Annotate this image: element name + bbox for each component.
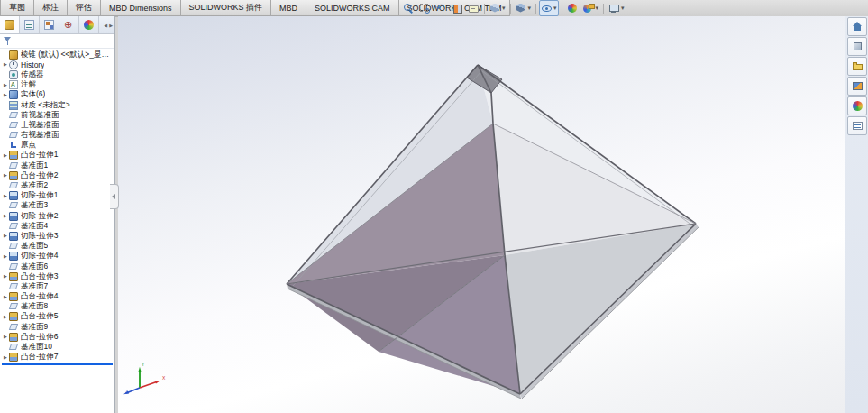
expand-arrow[interactable]: ▶ <box>3 170 8 180</box>
tree-item[interactable]: 右视基准面 <box>0 131 114 141</box>
tree-item[interactable]: 基准面9 <box>0 322 114 332</box>
expand-arrow[interactable]: ▶ <box>3 80 8 90</box>
dynamic-annotation-views-button[interactable] <box>466 0 481 16</box>
plane-icon <box>9 262 18 271</box>
chevron-down-icon[interactable]: ▾ <box>528 1 532 15</box>
ribbon-tab-4[interactable]: SOLIDWORKS 插件 <box>180 0 272 16</box>
task-pane-tab-view-palette[interactable] <box>847 77 867 96</box>
expand-arrow[interactable]: ▶ <box>3 353 8 363</box>
ribbon-tab-0[interactable]: 草图 <box>0 0 34 16</box>
view-settings-button[interactable]: ▾ <box>607 0 626 16</box>
tree-item[interactable]: ▶切除-拉伸1 <box>0 191 114 201</box>
ribbon-tab-6[interactable]: SOLIDWORKS CAM <box>306 0 399 16</box>
tree-item-label: 基准面8 <box>21 301 48 312</box>
graphics-viewport[interactable]: YXZ <box>118 16 845 413</box>
zoom-to-area-button[interactable] <box>417 0 433 16</box>
expand-arrow[interactable]: ▶ <box>3 211 8 221</box>
view-orientation-button[interactable]: ▾ <box>488 0 507 16</box>
ribbon-tab-label: MBD Dimensions <box>109 4 172 13</box>
expand-arrow[interactable]: ▶ <box>3 312 8 322</box>
home-icon <box>852 21 863 32</box>
ribbon-tab-2[interactable]: 评估 <box>67 0 101 16</box>
expand-arrow[interactable]: ▶ <box>3 292 8 302</box>
tree-item[interactable]: 基准面2 <box>0 180 114 190</box>
tree-item[interactable]: ▶切除-拉伸4 <box>0 252 114 262</box>
ribbon-tab-label: 评估 <box>76 2 92 14</box>
tree-item[interactable]: 基准面4 <box>0 221 114 231</box>
expand-arrow[interactable]: ▶ <box>3 191 8 201</box>
apply-scene-button[interactable]: ▾ <box>581 0 601 16</box>
chevron-down-icon[interactable]: ▾ <box>502 1 506 15</box>
tree-item[interactable]: 基准面7 <box>0 281 114 291</box>
tree-item[interactable]: ▶切除-拉伸2 <box>0 211 114 221</box>
plane-icon <box>9 242 18 251</box>
edit-appearance-button[interactable] <box>565 0 580 16</box>
manager-tab-configurationmanager[interactable] <box>40 16 59 33</box>
ribbon-tab-1[interactable]: 标注 <box>33 0 68 16</box>
tree-item[interactable]: ▶History <box>0 60 114 69</box>
plane-icon <box>9 121 18 130</box>
expand-arrow[interactable]: ▶ <box>3 231 8 241</box>
chevron-down-icon[interactable]: ▾ <box>553 1 557 15</box>
boss-extrude-icon <box>9 151 18 160</box>
ribbon-tab-3[interactable]: MBD Dimensions <box>100 0 181 16</box>
display-style-icon <box>516 3 527 14</box>
model-canvas <box>118 16 845 413</box>
expand-arrow[interactable]: ▶ <box>3 60 8 69</box>
tree-item[interactable]: ▶凸台-拉伸2 <box>0 170 114 180</box>
expand-arrow[interactable]: ▶ <box>3 252 8 262</box>
filter-funnel-icon[interactable] <box>3 36 13 46</box>
tree-item[interactable]: 基准面3 <box>0 201 114 211</box>
hide-show-items-button[interactable]: ▾ <box>539 0 559 16</box>
expand-arrow[interactable]: ▶ <box>3 90 8 100</box>
tree-item[interactable]: 材质 <未指定> <box>0 100 114 110</box>
tree-item[interactable]: 基准面6 <box>0 262 114 271</box>
tree-item[interactable]: 基准面5 <box>0 242 114 252</box>
task-pane-tab-appearances[interactable] <box>847 96 867 115</box>
tree-item[interactable]: ▶凸台-拉伸6 <box>0 332 114 342</box>
tree-item[interactable]: ▶凸台-拉伸7 <box>0 353 114 363</box>
section-view-button[interactable] <box>450 0 465 16</box>
tree-item[interactable]: 基准面8 <box>0 302 114 312</box>
tree-item[interactable]: ▶注解 <box>0 80 114 90</box>
expand-arrow[interactable]: ▶ <box>3 332 8 342</box>
tree-item-label: 切除-拉伸3 <box>21 231 59 242</box>
chevron-down-icon[interactable]: ▾ <box>596 1 599 15</box>
display-style-button[interactable]: ▾ <box>514 0 534 16</box>
tree-item[interactable]: 传感器 <box>0 69 114 79</box>
manager-tab-featuremanager-tree[interactable] <box>0 16 20 33</box>
tree-item[interactable]: 基准面10 <box>0 342 114 352</box>
tree-item[interactable]: 上视基准面 <box>0 120 114 130</box>
tree-item-label: 基准面4 <box>21 221 48 232</box>
x-axis <box>140 381 158 388</box>
manager-tab-dimxpertmanager[interactable] <box>59 16 79 33</box>
tree-item[interactable]: 原点 <box>0 141 114 151</box>
panel-collapse-handle[interactable] <box>110 184 119 209</box>
tree-item[interactable]: ▶凸台-拉伸4 <box>0 292 114 302</box>
tree-item[interactable]: ▶切除-拉伸3 <box>0 231 114 241</box>
reference-triad[interactable]: YXZ <box>120 359 167 399</box>
ribbon-tab-5[interactable]: MBD <box>270 0 306 16</box>
tree-item[interactable]: 基准面1 <box>0 161 114 170</box>
task-pane-tab-custom-properties[interactable] <box>847 116 867 135</box>
manager-tab-displaymanager[interactable] <box>79 16 99 33</box>
task-pane-tab-design-library[interactable] <box>847 37 867 56</box>
chevron-down-icon[interactable]: ▾ <box>621 1 625 15</box>
tree-item[interactable]: 前视基准面 <box>0 110 114 120</box>
expand-arrow[interactable]: ▶ <box>3 151 8 161</box>
manager-tab-propertymanager[interactable] <box>20 16 40 33</box>
expand-arrow[interactable]: ▶ <box>3 271 8 281</box>
tree-root-item[interactable]: 棱锥 (默认) <<默认>_显示状态 1> <box>0 50 114 60</box>
task-pane-tab-file-explorer[interactable] <box>847 57 867 76</box>
tree-item[interactable]: ▶实体(6) <box>0 90 114 100</box>
tree-item[interactable]: ▶凸台-拉伸5 <box>0 312 114 322</box>
tree-item[interactable]: ▶凸台-拉伸1 <box>0 151 114 161</box>
ribbon-tab-label: SOLIDWORKS CAM <box>315 4 390 13</box>
rollback-bar[interactable] <box>2 363 113 365</box>
task-pane-tab-home[interactable] <box>847 17 867 36</box>
scroll-left-icon[interactable]: ◀ <box>104 23 107 28</box>
previous-view-button[interactable] <box>434 0 449 16</box>
tree-item[interactable]: ▶凸台-拉伸3 <box>0 271 114 281</box>
zoom-to-fit-button[interactable] <box>401 0 416 16</box>
scroll-right-icon[interactable]: ▶ <box>109 23 113 28</box>
